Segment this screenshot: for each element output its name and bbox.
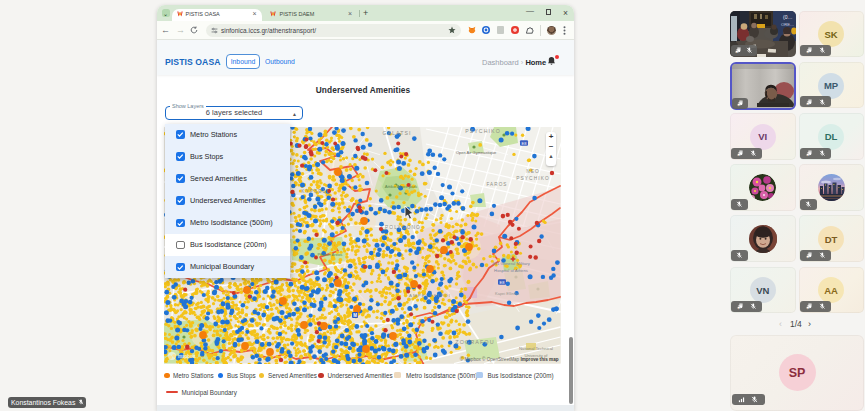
svg-text:mapbox: mapbox [178,354,196,359]
svg-text:NEO: NEO [526,169,540,174]
svg-text:ORE…: ORE… [781,21,794,26]
svg-text:ZOGRAFOU: ZOGRAFOU [455,339,494,345]
svg-text:GALATSI: GALATSI [382,130,411,136]
svg-text:AMPELOKIPOI: AMPELOKIPOI [409,293,451,298]
svg-text:Hospital of Athens: Hospital of Athens [494,268,528,273]
svg-text:National Technical: National Technical [519,346,553,351]
svg-text:Attiko Alsos park: Attiko Alsos park [385,184,418,189]
svg-text:Open Air Gymnastique: Open Air Gymnastique [456,150,497,155]
svg-text:M: M [353,313,357,318]
svg-text:E8: E8 [500,280,506,285]
svg-text:Pedion Areos: Pedion Areos [318,252,343,257]
svg-text:POLYGONO: POLYGONO [385,225,421,230]
svg-text:PSYCHIKO: PSYCHIKO [465,128,501,134]
svg-text:PSYCHIKO: PSYCHIKO [516,176,550,181]
svg-text:E8: E8 [522,141,528,146]
svg-text:KYPSELI: KYPSELI [301,189,329,194]
svg-text:© Mapbox © OpenStreetMap Impro: © Mapbox © OpenStreetMap Improve this ma… [460,356,559,362]
svg-text:(0…: (0… [783,14,792,20]
svg-text:401 General Military: 401 General Military [492,261,530,266]
svg-text:FAROS: FAROS [486,182,507,187]
svg-text:Kapei Ellinika: Kapei Ellinika [495,291,520,296]
